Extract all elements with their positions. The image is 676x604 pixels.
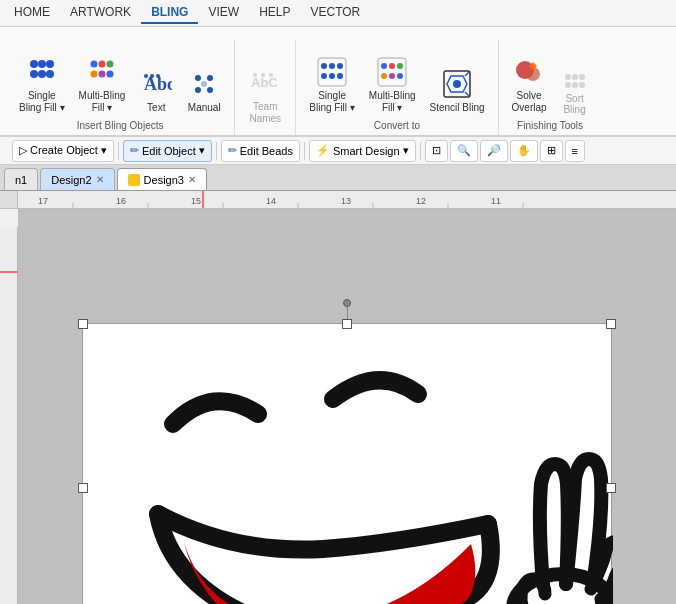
svg-point-48 [572,82,578,88]
svg-point-36 [381,73,387,79]
single-bling-fill-icon [26,56,58,88]
solve-overlap-icon [513,56,545,88]
grid-button[interactable]: ⊞ [540,140,563,162]
edit-object-label: Edit Object [142,145,196,157]
stencil-to-bling-icon [441,68,473,100]
tab-design3-icon [128,174,140,186]
multi-bling-fill-icon [86,56,118,88]
toolbar-sep4 [420,142,421,160]
main-area: 17 16 15 14 13 12 11 [0,191,676,604]
zoom-fit-button[interactable]: ⊡ [425,140,448,162]
handle-rotate-line [347,307,348,319]
insert-bling-label: Insert Bling Objects [77,120,164,131]
smart-design-label: Smart Design [333,145,400,157]
ruler-h-ticks: 17 16 15 14 13 12 11 [18,191,676,208]
handle-top-center[interactable] [342,319,352,329]
sort-bling-label: SortBling [563,93,585,115]
tab-design3[interactable]: Design3 ✕ [117,168,207,190]
zoom-fit-icon: ⊡ [432,144,441,157]
menu-artwork[interactable]: ARTWORK [60,2,141,24]
toolbar-sep1 [118,142,119,160]
ribbon-group-insert-buttons: SingleBling Fill ▾ Multi-BlingFill ▾ [14,40,226,118]
svg-point-24 [269,73,273,77]
menu-vector[interactable]: VECTOR [301,2,371,24]
svg-point-33 [381,63,387,69]
svg-point-34 [389,63,395,69]
edit-beads-button[interactable]: ✏ Edit Beads [221,140,300,162]
svg-point-5 [46,70,54,78]
svg-point-41 [453,80,461,88]
multi-bling-fill-label: Multi-BlingFill ▾ [79,90,126,114]
svg-text:11: 11 [491,196,501,206]
more-icon: ≡ [572,145,578,157]
ruler-corner [0,191,18,208]
single-bling-fill-button[interactable]: SingleBling Fill ▾ [14,52,70,118]
grid-icon: ⊞ [547,144,556,157]
svg-point-45 [572,74,578,80]
svg-point-4 [38,70,46,78]
convert-single-bling-button[interactable]: SingleBling Fill ▾ [304,52,360,118]
svg-point-11 [106,71,113,78]
team-names-icon: AbC [249,67,281,99]
text-button[interactable]: Abc Text [134,64,178,118]
svg-point-16 [195,75,201,81]
ribbon-group-team-buttons: AbC TeamNames [243,40,287,129]
svg-text:16: 16 [116,196,126,206]
multi-bling-fill-button[interactable]: Multi-BlingFill ▾ [74,52,131,118]
tab-bar: n1 Design2 ✕ Design3 ✕ [0,165,676,191]
svg-point-15 [156,74,160,78]
zoom-in-button[interactable]: 🔍 [450,140,478,162]
convert-single-label: SingleBling Fill ▾ [309,90,355,114]
handle-top-left[interactable] [78,319,88,329]
ribbon-group-convert: SingleBling Fill ▾ Multi-BlingFill ▾ [296,40,498,135]
tab-design2[interactable]: Design2 ✕ [40,168,114,190]
menu-bar: HOME ARTWORK BLING VIEW HELP VECTOR [0,0,676,27]
ribbon: SingleBling Fill ▾ Multi-BlingFill ▾ [0,27,676,137]
edit-beads-icon: ✏ [228,144,237,157]
handle-top-right[interactable] [606,319,616,329]
team-names-button[interactable]: AbC TeamNames [243,63,287,129]
svg-point-7 [98,61,105,68]
ribbon-group-team: AbC TeamNames [235,40,296,135]
handle-mid-left[interactable] [78,483,88,493]
sort-bling-button[interactable]: SortBling [556,67,594,118]
svg-point-19 [207,87,213,93]
smart-design-button[interactable]: ⚡ Smart Design ▾ [309,140,416,162]
svg-point-44 [565,74,571,80]
svg-text:14: 14 [266,196,276,206]
svg-point-28 [337,63,343,69]
stencil-to-bling-button[interactable]: Stencil Bling [425,64,490,118]
svg-point-13 [144,74,148,78]
edit-object-dropdown-icon: ▾ [199,144,205,157]
tab-design1[interactable]: n1 [4,168,38,190]
canvas-with-ruler [0,209,676,604]
zoom-out-button[interactable]: 🔎 [480,140,508,162]
finishing-tools-label: Finishing Tools [517,120,583,131]
tab-design2-close[interactable]: ✕ [96,174,104,185]
tab-design3-label: Design3 [144,174,184,186]
ruler-vertical [0,227,18,604]
manual-icon [188,68,220,100]
single-bling-fill-label: SingleBling Fill ▾ [19,90,65,114]
ribbon-group-finishing-buttons: SolveOverlap SortBling [507,40,594,118]
menu-home[interactable]: HOME [4,2,60,24]
handle-rotate[interactable] [343,299,351,307]
solve-overlap-button[interactable]: SolveOverlap [507,52,552,118]
svg-point-17 [207,75,213,81]
solve-overlap-label: SolveOverlap [512,90,547,114]
tab-design3-close[interactable]: ✕ [188,174,196,185]
edit-beads-label: Edit Beads [240,145,293,157]
edit-object-button[interactable]: ✏ Edit Object ▾ [123,140,212,162]
menu-view[interactable]: VIEW [198,2,249,24]
pan-button[interactable]: ✋ [510,140,538,162]
handle-mid-right[interactable] [606,483,616,493]
tab-design2-label: Design2 [51,174,91,186]
create-object-button[interactable]: ▷ Create Object ▾ [12,140,114,162]
manual-button[interactable]: Manual [182,64,226,118]
menu-bling[interactable]: BLING [141,2,198,24]
menu-help[interactable]: HELP [249,2,300,24]
convert-multi-bling-button[interactable]: Multi-BlingFill ▾ [364,52,421,118]
svg-point-20 [201,81,207,87]
more-button[interactable]: ≡ [565,140,585,162]
canvas-background[interactable] [18,209,676,604]
